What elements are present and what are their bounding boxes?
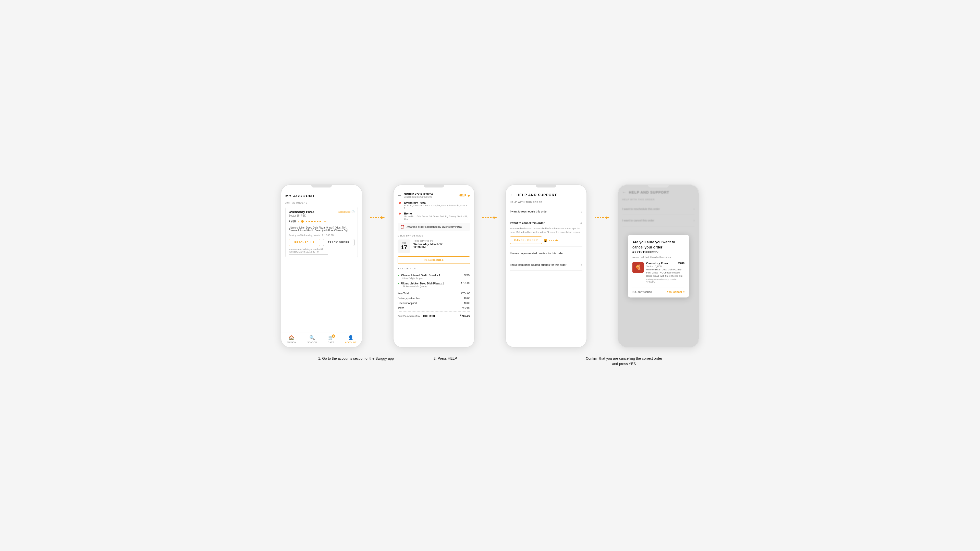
caption-2: 2. Press HELP	[404, 356, 486, 367]
help-button[interactable]: HELP	[459, 194, 466, 197]
arrow-head: →	[323, 219, 327, 224]
order-number: ORDER #77121200052	[404, 192, 459, 196]
caption-2-text: 2. Press HELP	[404, 356, 486, 361]
location-row-1: 📍 Ovenstory Pizza SCO 40, First Floor, H…	[398, 201, 470, 210]
caption-1-text: 1. Go to the accounts section of the Swi…	[315, 356, 397, 361]
dialog-title: Are you sure you want to cancel your ord…	[632, 240, 684, 255]
order-info: ORDER #77121200052 Scheduled 2 Items ₹78…	[404, 192, 459, 198]
phone2-notch	[424, 185, 444, 187]
bill-section: ● Cheese Infused Garlic Bread x 1 1 Free…	[398, 272, 470, 318]
phone4: ← HELP AND SUPPORT HELP WITH THIS ORDER …	[617, 184, 699, 348]
phone2: ← ORDER #77121200052 Scheduled 2 Items ₹…	[393, 184, 475, 348]
reschedule-button[interactable]: RESCHEDULE	[289, 239, 320, 246]
date-box: Wed 17	[398, 240, 410, 253]
option-reschedule[interactable]: I want to reschedule this order ›	[510, 206, 582, 218]
item-dot-1: ●	[398, 273, 399, 277]
nav-account[interactable]: 👤 ACCOUNT	[345, 335, 356, 344]
nav-cart[interactable]: 🛒 1 CART	[328, 335, 334, 344]
location-2: Home House No. 1049, Sector 16, Green Be…	[404, 212, 470, 220]
order-price: ₹786	[289, 220, 296, 223]
bill-label: BILL DETAILS	[398, 267, 470, 270]
order-buttons: RESCHEDULE TRACK ORDER	[289, 239, 355, 246]
bill-divider	[398, 290, 470, 290]
phone3-notch	[536, 185, 556, 187]
s3-back-button[interactable]: ←	[510, 192, 514, 197]
nav-swiggy[interactable]: 🏠 SWIGGY	[287, 335, 296, 344]
location-row-2: 📍 Home House No. 1049, Sector 16, Green …	[398, 212, 470, 220]
price-arrow: ›	[298, 219, 299, 224]
bill-divider-2	[398, 311, 470, 312]
help-support-title: HELP AND SUPPORT	[517, 193, 557, 197]
arriving-text: Arriving on Wednesday, March 17, 12:30 P…	[289, 234, 355, 237]
option-price[interactable]: I have item price related queries for th…	[510, 259, 582, 271]
status-dot	[301, 220, 304, 223]
help-section-label: HELP WITH THIS ORDER	[510, 201, 582, 203]
phone3-wrapper: ← HELP AND SUPPORT HELP WITH THIS ORDER …	[505, 184, 587, 348]
cancel-dot: ●	[544, 239, 547, 241]
phone3: ← HELP AND SUPPORT HELP WITH THIS ORDER …	[505, 184, 587, 348]
taxes-row: Taxes ₹82.00	[398, 306, 470, 310]
dashed-arrow-1	[370, 215, 385, 220]
status-icon: ⏰	[400, 225, 404, 229]
sector-label: Sector 15_FBD	[289, 214, 355, 217]
reschedule-button-2[interactable]: RESCHEDULE	[398, 256, 470, 264]
cancel-option-header[interactable]: I want to cancel this order ∧	[510, 218, 582, 227]
option-coupon[interactable]: I have coupon related queries for this o…	[510, 248, 582, 259]
phone2-content: ← ORDER #77121200052 Scheduled 2 Items ₹…	[393, 187, 474, 347]
yes-cancel-button[interactable]: Yes, cancel it	[667, 290, 684, 293]
phone3-content: ← HELP AND SUPPORT HELP WITH THIS ORDER …	[506, 187, 587, 347]
caption-3-text: Confirm that you are cancelling the corr…	[583, 356, 665, 367]
discount-row: Discount Applied ₹0.00	[398, 301, 470, 306]
arrow2	[482, 215, 498, 220]
main-container: MY ACCOUNT ACTIVE ORDERS Ovenstory Pizza…	[245, 184, 735, 367]
delivery-info: To be delivered on: Wednesday, March 17 …	[414, 240, 470, 249]
caption-1: 1. Go to the accounts section of the Swi…	[315, 356, 397, 367]
chevron-icon-2: ∧	[580, 221, 582, 225]
phone4-wrapper: ← HELP AND SUPPORT HELP WITH THIS ORDER …	[617, 184, 699, 348]
location-icon-2: 📍	[398, 213, 402, 217]
cancel-btn-row: CANCEL ORDER ●	[510, 237, 582, 244]
svg-marker-7	[606, 216, 609, 219]
order-card: Ovenstory Pizza Scheduled 🕐 Sector 15_FB…	[285, 206, 358, 258]
order-divider	[289, 254, 328, 255]
reschedule-note: You can reschedule your order till Tuesd…	[289, 248, 355, 253]
scheduled-status: Scheduled 🕐	[339, 210, 355, 213]
back-button[interactable]: ←	[398, 193, 402, 198]
clock-icon: 🕐	[352, 210, 355, 213]
status-box: ⏰ Awaiting order aceptance by Ovenstory …	[398, 223, 470, 231]
chevron-icon-1: ›	[581, 210, 582, 213]
order-image: 🍕	[632, 262, 644, 273]
cancel-confirm-dialog: Are you sure you want to cancel your ord…	[628, 235, 689, 297]
svg-marker-1	[381, 216, 385, 219]
phone1-notch	[311, 185, 332, 187]
dashed-line	[306, 221, 321, 222]
dashed-arrow-3	[595, 215, 610, 220]
svg-marker-3	[493, 216, 497, 219]
swiggy-icon: 🏠	[289, 335, 294, 341]
item-desc: Ultimo chicken Deep Dish Pizza (9 Inch) …	[289, 226, 355, 232]
location-icon-1: 📍	[398, 202, 402, 206]
chevron-icon-3: ›	[581, 251, 582, 256]
active-orders-label: ACTIVE ORDERS	[285, 202, 358, 204]
phone2-wrapper: ← ORDER #77121200052 Scheduled 2 Items ₹…	[393, 184, 475, 348]
nav-search[interactable]: 🔍 SEARCH	[307, 335, 317, 344]
arrow3	[595, 215, 610, 220]
delivery-fee-row: Delivery partner fee ₹0.00	[398, 296, 470, 301]
phone1-wrapper: MY ACCOUNT ACTIVE ORDERS Ovenstory Pizza…	[281, 184, 363, 348]
bottom-nav: 🏠 SWIGGY 🔍 SEARCH 🛒 1 CART 👤 ACCOU	[281, 332, 362, 347]
caption-spacer	[494, 356, 576, 367]
dialog-actions: No, don't cancel Yes, cancel it	[632, 287, 684, 293]
option-cancel-expanded: I want to cancel this order ∧ Scheduled …	[510, 218, 582, 247]
order-details: Ovenstory Pizza ₹786 Sector 15_FBD Ultim…	[646, 262, 684, 283]
bill-item-2: ● Ultimo chicken Deep Dish Pizza x 1 Chi…	[398, 281, 470, 289]
cart-badge: 1	[332, 334, 335, 338]
item-dot-2: ●	[398, 282, 399, 285]
caption-3: Confirm that you are cancelling the corr…	[583, 356, 665, 367]
track-order-button[interactable]: TRACK ORDER	[323, 239, 355, 246]
s2-header: ← ORDER #77121200052 Scheduled 2 Items ₹…	[398, 192, 470, 198]
price-row: ₹786 › →	[289, 219, 355, 224]
restaurant-name: Ovenstory Pizza	[289, 210, 314, 214]
no-cancel-button[interactable]: No, don't cancel	[632, 290, 652, 293]
cancel-order-button[interactable]: CANCEL ORDER	[510, 237, 542, 244]
order-header: Ovenstory Pizza Scheduled 🕐	[289, 210, 355, 214]
